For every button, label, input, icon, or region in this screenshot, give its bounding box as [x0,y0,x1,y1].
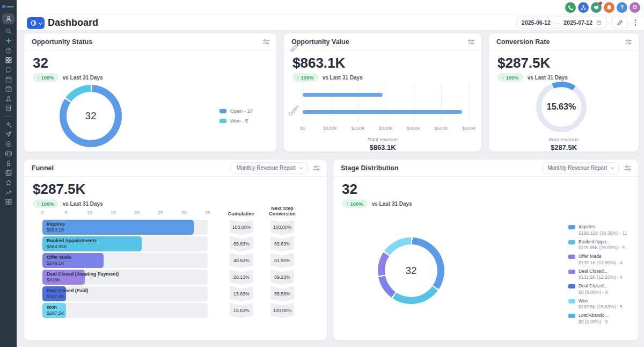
gauge-center-value: 15.63% [547,102,576,112]
funnel-row: Inquires$863.1K [42,220,208,235]
conversion-gauge-chart: 15.63% [536,82,587,132]
legend-label: Booked Appo... [579,239,625,244]
funnel-bar-text: Booked Appointments$664.95K [47,238,97,249]
sidebar-item-chat[interactable] [2,65,14,74]
comparison-label: vs Last 31 Days [372,201,412,207]
date-range-picker[interactable]: 2025-06-12 → 2025-07-12 [516,17,607,28]
legend-item: Offer Made$130.1K (12.50%) - 4 [568,254,627,265]
date-from: 2025-06-12 [522,19,551,26]
funnel-bar-text: Won$287.5K [47,305,64,316]
footer-value: $287.5K [489,143,639,151]
pencil-icon [617,19,623,26]
bell-button[interactable] [604,2,614,13]
sidebar-item-star[interactable] [2,178,14,187]
y-axis-label: Open [286,104,300,118]
bar-won [303,93,383,97]
value-bar-chart [303,83,469,123]
card-title: Opportunity Status [32,38,92,46]
box-icon [5,85,12,93]
card-settings-button[interactable] [625,39,632,45]
phone-icon [567,4,574,11]
funnel-bar-text: Inquires$863.1K [47,221,65,233]
brand-logo[interactable] [2,5,15,8]
plus-icon [5,37,12,45]
status-legend: Open - 27 Won - 5 [219,108,253,124]
legend-swatch [219,119,226,123]
sidebar-item-sparkles[interactable] [2,120,14,129]
sidebar-item-award[interactable] [2,158,14,168]
legend-label: Open - 27 [230,108,253,114]
sidebar-item-calendar[interactable] [2,75,14,84]
widgets-icon [31,20,37,26]
card-title: Funnel [32,164,54,172]
card-funnel: Funnel Monthly Revenue Report $287.5K ↑ … [24,159,327,341]
funnel-row: Deal Closed (Paid)$287.5K [42,286,208,301]
sidebar-item-contact-card[interactable] [2,149,14,158]
megaphone-icon [593,4,599,11]
help-icon [5,47,12,54]
more-options-button[interactable] [632,17,639,28]
sidebar-item-dashboard[interactable] [2,55,14,64]
funnel-row: Offer Made$549.1K [42,253,208,268]
card-settings-button[interactable] [262,39,270,45]
sidebar-item-play[interactable] [2,139,14,148]
sitemap-button[interactable] [578,2,589,13]
search-icon [5,27,12,35]
dashboard-icon [5,56,12,64]
card-settings-button[interactable] [467,39,475,45]
sidebar-item-user[interactable] [2,13,14,24]
sidebar-item-box[interactable] [2,84,14,93]
user-icon [5,15,12,23]
sidebar-item-network[interactable] [2,94,14,103]
cumulative-value: 65.63% [230,236,253,251]
sidebar-item-plane[interactable] [2,129,14,139]
funnel-stage-label: Inquires [47,221,65,227]
growth-badge: ↑ 100% [33,199,58,208]
play-icon [5,140,12,148]
sidebar [0,0,17,347]
sliders-icon [624,165,632,171]
funnel-row: Won$287.5K [42,303,208,318]
report-select[interactable]: Monthly Revenue Report [231,162,308,174]
legend-swatch [568,299,575,303]
sidebar-item-apps[interactable] [2,197,14,206]
sidebar-item-help[interactable] [2,46,14,55]
report-select[interactable]: Monthly Revenue Report [542,162,619,174]
edit-dashboard-button[interactable] [611,17,628,28]
x-axis-ticks: $0$100K $200K$300K $400K$500K $600K [303,126,469,132]
help-icon: ? [620,4,624,10]
phone-button[interactable] [565,2,576,13]
card-settings-button[interactable] [624,165,632,171]
legend-swatch [568,240,575,244]
sidebar-item-receipt[interactable] [2,104,14,113]
comparison-label: vs Last 31 Days [528,75,568,81]
help-button[interactable]: ? [617,2,627,13]
funnel-bar [42,220,194,235]
card-title: Opportunity Value [291,38,349,46]
megaphone-button[interactable] [591,2,602,13]
card-settings-button[interactable] [313,165,320,171]
legend-value: $287.5K (15.63%) - 5 [579,304,623,309]
award-icon [5,160,12,167]
donut-center-value: 32 [405,265,416,277]
sidebar-item-image[interactable] [2,168,14,177]
footer-label: Total revenue [284,136,481,142]
sidebar-item-plus[interactable] [2,36,14,45]
cumulative-column: 100.00%65.63%40.63%28.13%15.63%15.63% [230,220,253,320]
funnel-stage-value: $549.1K [47,261,71,266]
dashboard-menu-button[interactable] [27,17,45,29]
funnel-stage-label: Offer Made [47,255,71,260]
next-step-column: 100.00%65.63%61.90%69.23%55.56%100.00% [270,220,294,320]
funnel-bar-text: Deal Closed (Paid)$287.5K [47,288,88,299]
plane-icon [5,131,12,138]
comparison-label: vs Last 31 Days [63,201,103,207]
bar-open [303,110,462,114]
cumulative-value: 40.63% [230,253,253,268]
legend-label: Lost/Abando... [579,313,608,318]
user-avatar[interactable]: D [630,2,640,13]
legend-item: Deal Closed...$0 (0.00%) - 0 [568,283,627,295]
stage-legend: Inquires$198.15K (34.38%) - 11Booked App… [568,224,627,324]
legend-item: Won - 5 [219,118,253,124]
sidebar-item-search[interactable] [2,26,14,35]
sidebar-item-trend[interactable] [2,187,14,197]
